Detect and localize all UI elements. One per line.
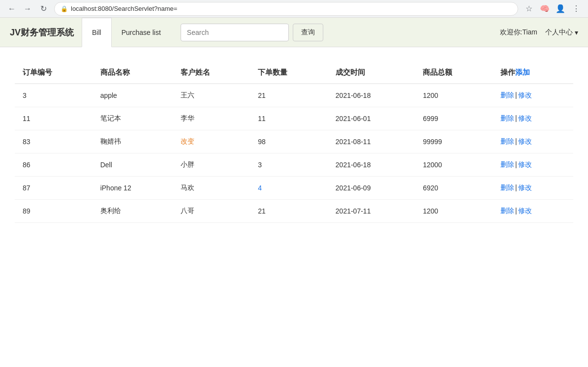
cell-date: 2021-06-01 [328, 107, 415, 130]
address-bar[interactable]: 🔒 localhost:8080/SearchServlet?name= [54, 2, 518, 16]
cell-customer: 马欢 [173, 177, 250, 200]
cell-id: 87 [15, 177, 93, 200]
lock-icon: 🔒 [61, 5, 68, 12]
col-header-quantity: 下单数量 [250, 62, 328, 84]
delete-link[interactable]: 删除 [500, 91, 514, 100]
edit-link[interactable]: 修改 [518, 160, 532, 169]
cell-actions: 删除 | 修改 [493, 107, 573, 130]
cell-total: 1200 [415, 200, 493, 223]
col-header-product: 商品名称 [93, 62, 173, 84]
table-header-row: 订单编号 商品名称 客户姓名 下单数量 成交时间 商品总额 操作 [15, 62, 573, 84]
cell-customer: 李华 [173, 107, 250, 130]
cell-date: 2021-08-11 [328, 130, 415, 153]
menu-icon[interactable]: ⋮ [569, 2, 583, 16]
tab-bill[interactable]: Bill [82, 18, 112, 47]
tab-purchase-list[interactable]: Purchase list [112, 18, 171, 47]
cell-id: 83 [15, 130, 93, 153]
cell-total: 6999 [415, 107, 493, 130]
cell-date: 2021-06-09 [328, 177, 415, 200]
cell-quantity: 3 [250, 153, 328, 177]
profile-icon[interactable]: 👤 [554, 2, 567, 16]
edit-link[interactable]: 修改 [518, 91, 532, 100]
edit-link[interactable]: 修改 [518, 137, 532, 146]
browser-actions: ☆ 🧠 👤 ⋮ [522, 2, 583, 16]
delete-link[interactable]: 删除 [500, 207, 514, 215]
user-menu[interactable]: 个人中心 ▾ [545, 28, 578, 37]
col-header-date: 成交时间 [328, 62, 415, 84]
add-link[interactable]: 添加 [515, 68, 530, 76]
delete-link[interactable]: 删除 [500, 160, 514, 169]
header-right: 欢迎你:Tiam 个人中心 ▾ [500, 28, 578, 37]
cell-customer: 小胖 [173, 153, 250, 177]
edit-link[interactable]: 修改 [518, 184, 532, 192]
edit-link[interactable]: 修改 [518, 114, 532, 123]
search-button[interactable]: 查询 [293, 24, 323, 41]
cell-date: 2021-06-18 [328, 84, 415, 107]
cell-quantity: 98 [250, 130, 328, 153]
cell-quantity: 21 [250, 84, 328, 107]
col-header-customer: 客户姓名 [173, 62, 250, 84]
cell-customer: 改变 [173, 130, 250, 153]
bookmark-icon[interactable]: ☆ [522, 2, 536, 16]
cell-product: iPhone 12 [93, 177, 173, 200]
url-text: localhost:8080/SearchServlet?name= [71, 5, 177, 12]
action-separator: | [515, 207, 517, 215]
table-row: 83 鞠婧祎 改变 98 2021-08-11 99999 删除 | 修改 [15, 130, 573, 153]
cell-id: 3 [15, 84, 93, 107]
cell-actions: 删除 | 修改 [493, 153, 573, 177]
cell-id: 89 [15, 200, 93, 223]
table-row: 89 奥利给 八哥 21 2021-07-11 1200 删除 | 修改 [15, 200, 573, 223]
search-container: 查询 [181, 24, 323, 41]
cell-total: 99999 [415, 130, 493, 153]
search-input[interactable] [181, 24, 289, 41]
cell-product: 笔记本 [93, 107, 173, 130]
edit-link[interactable]: 修改 [518, 207, 532, 215]
main-content: 订单编号 商品名称 客户姓名 下单数量 成交时间 商品总额 操作 [0, 47, 588, 233]
action-separator: | [515, 137, 517, 146]
table-row: 86 Dell 小胖 3 2021-06-18 12000 删除 | 修改 [15, 153, 573, 177]
cell-total: 6920 [415, 177, 493, 200]
cell-product: Dell [93, 153, 173, 177]
table-row: 11 笔记本 李华 11 2021-06-01 6999 删除 | 修改 [15, 107, 573, 130]
cell-total: 12000 [415, 153, 493, 177]
cell-customer: 八哥 [173, 200, 250, 223]
table-row: 3 apple 王六 21 2021-06-18 1200 删除 | 修改 [15, 84, 573, 107]
back-button[interactable]: ← [5, 2, 19, 16]
action-separator: | [515, 91, 517, 100]
cell-actions: 删除 | 修改 [493, 200, 573, 223]
delete-link[interactable]: 删除 [500, 137, 514, 146]
forward-button[interactable]: → [21, 2, 34, 16]
extensions-icon[interactable]: 🧠 [538, 2, 552, 16]
app-title: JV财务管理系统 [10, 27, 74, 38]
browser-chrome: ← → ↻ 🔒 localhost:8080/SearchServlet?nam… [0, 0, 588, 18]
col-header-actions: 操作添加 [493, 62, 573, 84]
reload-button[interactable]: ↻ [36, 2, 50, 16]
delete-link[interactable]: 删除 [500, 184, 514, 192]
col-header-total: 商品总额 [415, 62, 493, 84]
cell-product: 鞠婧祎 [93, 130, 173, 153]
action-separator: | [515, 160, 517, 169]
dropdown-icon: ▾ [575, 29, 578, 36]
app-header: JV财务管理系统 Bill Purchase list 查询 欢迎你:Tiam … [0, 18, 588, 47]
cell-total: 1200 [415, 84, 493, 107]
table-row: 87 iPhone 12 马欢 4 2021-06-09 6920 删除 | 修… [15, 177, 573, 200]
delete-link[interactable]: 删除 [500, 114, 514, 123]
cell-quantity: 11 [250, 107, 328, 130]
cell-quantity: 21 [250, 200, 328, 223]
cell-id: 86 [15, 153, 93, 177]
cell-customer: 王六 [173, 84, 250, 107]
col-header-id: 订单编号 [15, 62, 93, 84]
cell-product: apple [93, 84, 173, 107]
action-separator: | [515, 114, 517, 123]
cell-quantity: 4 [250, 177, 328, 200]
welcome-text: 欢迎你:Tiam [500, 28, 537, 37]
cell-actions: 删除 | 修改 [493, 84, 573, 107]
orders-table: 订单编号 商品名称 客户姓名 下单数量 成交时间 商品总额 操作 [15, 62, 573, 223]
cell-date: 2021-06-18 [328, 153, 415, 177]
cell-date: 2021-07-11 [328, 200, 415, 223]
cell-actions: 删除 | 修改 [493, 177, 573, 200]
cell-actions: 删除 | 修改 [493, 130, 573, 153]
browser-nav: ← → ↻ [5, 2, 50, 16]
action-separator: | [515, 184, 517, 192]
cell-id: 11 [15, 107, 93, 130]
